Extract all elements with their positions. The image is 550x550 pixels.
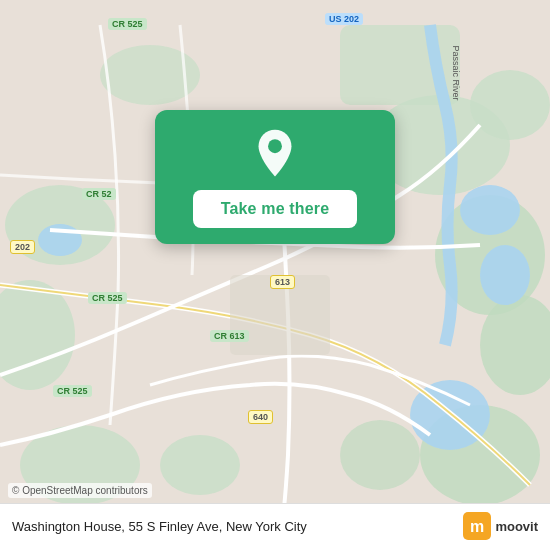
svg-point-14 bbox=[480, 245, 530, 305]
address-label: Washington House, 55 S Finley Ave, New Y… bbox=[12, 519, 463, 534]
bottom-bar: Washington House, 55 S Finley Ave, New Y… bbox=[0, 503, 550, 550]
label202: 202 bbox=[10, 240, 35, 254]
take-me-there-button[interactable]: Take me there bbox=[193, 190, 358, 228]
location-pin-icon bbox=[249, 128, 301, 180]
map-container: CR 525 US 202 CR 52 202 CR 525 613 CR 61… bbox=[0, 0, 550, 550]
moovit-text: moovit bbox=[495, 519, 538, 534]
svg-text:m: m bbox=[470, 518, 484, 535]
cr613-low-label: CR 613 bbox=[210, 330, 249, 342]
svg-point-18 bbox=[268, 139, 282, 153]
cr52-label: CR 52 bbox=[82, 188, 116, 200]
map-attribution: © OpenStreetMap contributors bbox=[8, 483, 152, 498]
label640: 640 bbox=[248, 410, 273, 424]
svg-point-6 bbox=[470, 70, 550, 140]
cr525-top-label: CR 525 bbox=[108, 18, 147, 30]
cr525-bot-label: CR 525 bbox=[53, 385, 92, 397]
cr525-mid-label: CR 525 bbox=[88, 292, 127, 304]
cr613-label: 613 bbox=[270, 275, 295, 289]
us202-label: US 202 bbox=[325, 13, 363, 25]
take-me-there-card: Take me there bbox=[155, 110, 395, 244]
passaic-river-label: Passaic River bbox=[451, 45, 461, 100]
moovit-m-icon: m bbox=[463, 512, 491, 540]
svg-point-13 bbox=[460, 185, 520, 235]
moovit-logo: m moovit bbox=[463, 512, 538, 540]
svg-point-4 bbox=[160, 435, 240, 495]
svg-point-12 bbox=[340, 420, 420, 490]
